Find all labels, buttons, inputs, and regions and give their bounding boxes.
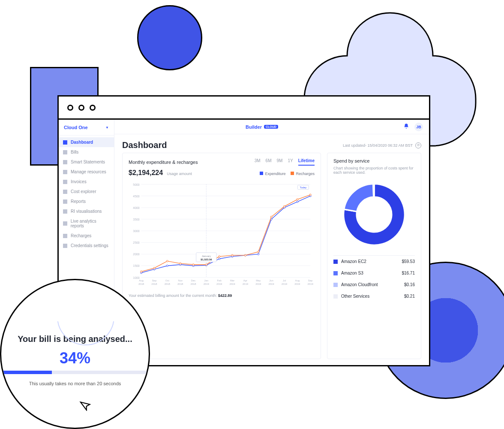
svg-text:4000: 4000 <box>133 206 139 209</box>
svg-point-63 <box>180 263 181 264</box>
svg-point-60 <box>141 271 142 272</box>
legend-swatch <box>333 294 338 299</box>
svg-point-52 <box>219 258 220 260</box>
svg-text:2019: 2019 <box>255 283 261 285</box>
svg-point-58 <box>297 201 298 202</box>
svg-text:Nov: Nov <box>178 280 183 282</box>
svg-text:4500: 4500 <box>133 195 139 198</box>
svg-text:2019: 2019 <box>216 283 222 285</box>
svg-point-70 <box>270 216 272 218</box>
org-picker[interactable]: Cloud One ▼ <box>59 120 114 136</box>
svg-point-73 <box>309 194 311 196</box>
svg-text:Jan: Jan <box>204 280 209 282</box>
range-3m[interactable]: 3M <box>255 158 261 166</box>
bell-icon[interactable] <box>403 123 409 130</box>
nav-icon <box>63 150 67 154</box>
svg-text:2018: 2018 <box>177 283 183 285</box>
billing-footer: Your estimated billing amount for the cu… <box>129 293 315 298</box>
window-dot <box>90 105 96 111</box>
nav-icon <box>63 140 67 145</box>
svg-text:Dec: Dec <box>191 280 196 282</box>
svg-point-62 <box>166 260 168 262</box>
nav-label: Credentials settings <box>71 243 108 248</box>
sidebar-item-ri-visualisations[interactable]: RI visualisations <box>59 206 114 216</box>
nav-label: Dashboard <box>71 140 93 145</box>
svg-point-64 <box>192 264 194 266</box>
legend-swatch-recharges <box>291 172 294 175</box>
svg-text:Aug: Aug <box>295 280 300 282</box>
sidebar-item-bills[interactable]: Bills <box>59 147 114 157</box>
svg-text:Aug: Aug <box>139 280 144 282</box>
expenditure-card: Monthly expenditure & recharges 3M6M9M1Y… <box>122 153 321 359</box>
analysis-title: Your bill is being analysed... <box>18 334 132 344</box>
topbar: Builder CLOUD JB <box>114 120 429 134</box>
nav-icon <box>63 160 67 164</box>
usage-amount: $2,194,224 <box>129 169 163 176</box>
brand-logo: Builder CLOUD <box>246 124 278 130</box>
usage-amount-label: Usage amount <box>167 172 192 176</box>
window-tabbar <box>59 97 429 120</box>
legend-swatch-expenditure <box>260 172 263 175</box>
svg-text:1500: 1500 <box>133 264 139 267</box>
avatar[interactable]: JB <box>414 123 423 131</box>
sidebar-item-reports[interactable]: Reports <box>59 196 114 206</box>
svg-text:May: May <box>256 280 261 282</box>
sidebar-item-smart-statements[interactable]: Smart Statements <box>59 157 114 167</box>
cursor-icon <box>79 399 93 415</box>
svg-text:2018: 2018 <box>151 283 157 285</box>
svg-text:2019: 2019 <box>269 283 274 285</box>
donut-chart <box>338 178 411 251</box>
window-dot <box>67 105 73 111</box>
nav-icon <box>63 209 67 214</box>
nav-label: Cost explorer <box>71 189 96 194</box>
svg-text:2018: 2018 <box>190 283 196 285</box>
nav-icon <box>63 234 67 238</box>
svg-text:Jun: Jun <box>269 280 273 282</box>
svg-text:Sep: Sep <box>152 280 157 282</box>
range-lifetime[interactable]: Lifetime <box>298 158 315 166</box>
svg-text:January: January <box>202 255 211 257</box>
svg-point-66 <box>219 256 220 257</box>
range-1y[interactable]: 1Y <box>288 158 293 166</box>
legend-label: Amazon EC2 <box>341 259 366 264</box>
analysis-popup: Your bill is being analysed... 34% This … <box>0 279 150 429</box>
sidebar-item-invoices[interactable]: Invoices <box>59 177 114 187</box>
svg-text:Feb: Feb <box>217 280 222 282</box>
svg-point-61 <box>153 267 155 269</box>
brand-badge: CLOUD <box>264 125 278 129</box>
svg-text:5000: 5000 <box>133 183 139 186</box>
spend-desc: Chart showing the proportion of costs sp… <box>333 166 415 175</box>
spend-legend-row: Amazon S3$16.71 <box>333 267 415 279</box>
analysis-percent: 34% <box>18 349 132 367</box>
svg-point-67 <box>231 254 233 256</box>
sidebar-item-cost-explorer[interactable]: Cost explorer <box>59 187 114 196</box>
sidebar-item-recharges[interactable]: Recharges <box>59 231 114 241</box>
range-9m[interactable]: 9M <box>277 158 283 166</box>
svg-text:2500: 2500 <box>133 241 139 244</box>
refresh-icon[interactable]: ⟳ <box>415 142 421 148</box>
brand-name: Builder <box>246 124 262 130</box>
main: Dashboard Last updated- 15/04/2020 06:32… <box>114 120 429 365</box>
line-chart: 100015002000250030003500400045005000Aug2… <box>129 179 315 291</box>
svg-text:Apr: Apr <box>243 280 247 282</box>
svg-point-69 <box>258 251 259 253</box>
analysis-hint: This usually takes no more than 20 secon… <box>29 381 121 386</box>
chevron-down-icon: ▼ <box>105 126 109 130</box>
sidebar-item-manage-resources[interactable]: Manage resources <box>59 167 114 177</box>
nav-label: Invoices <box>71 179 87 184</box>
legend-value: $16.71 <box>402 271 415 275</box>
sidebar-item-credentials-settings[interactable]: Credentials settings <box>59 241 114 251</box>
legend-swatch <box>333 260 338 264</box>
svg-point-55 <box>258 253 259 255</box>
sidebar-item-live-analytics-reports[interactable]: Live analytics reports <box>59 216 114 231</box>
nav-label: Live analytics reports <box>71 219 110 228</box>
spend-title: Spend by service <box>333 158 415 163</box>
legend-label: Amazon S3 <box>341 271 363 275</box>
sidebar-item-dashboard[interactable]: Dashboard <box>59 137 114 147</box>
nav-icon <box>63 190 67 194</box>
range-6m[interactable]: 6M <box>266 158 272 166</box>
page-title: Dashboard <box>122 140 167 150</box>
legend-swatch <box>333 271 338 275</box>
svg-text:1000: 1000 <box>133 276 139 279</box>
nav-label: Bills <box>71 150 78 154</box>
